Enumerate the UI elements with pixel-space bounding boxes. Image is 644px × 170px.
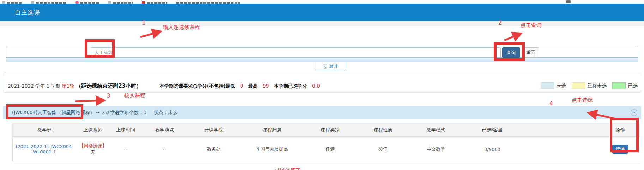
credit-max-value: 99 [263,83,269,89]
arrow-step2 [504,34,520,40]
class-count-label: 教学班个数：1 [115,106,147,119]
bookmark-item[interactable] [142,1,167,4]
class-code-cell: (2021-2022-1)-JWCX004-WL0001-1 [13,137,76,162]
credit-max-label: 最高 [248,83,258,89]
arrow-step3 [75,100,103,101]
panel-footer-bar [6,57,638,62]
col-mode: 教学模式 [409,124,462,137]
folder-icon [31,1,34,4]
unselected-swatch [541,82,554,89]
col-category: 课程类别 [304,124,357,137]
select-course-button[interactable]: 选课 [612,145,628,154]
class-table: 教学班 上课教师 上课时间 教学地点 开课学院 课程归属 课程类别 课程性质 教… [12,123,640,162]
col-teacher: 上课教师 [76,124,110,137]
spacer-cell [522,137,600,162]
col-action: 操作 [600,124,640,137]
col-time: 上课时间 [110,124,141,137]
selected-swatch [612,82,626,89]
action-cell: 选课 [600,137,640,162]
nature-cell: 公任 [357,137,409,162]
col-nature: 课程性质 [357,124,409,137]
round-label: 第1轮 [62,83,74,89]
page-icon [2,1,5,4]
teaching-mode-tag: 【网络授课】 [77,143,109,149]
collapse-icon[interactable] [631,109,637,116]
chevron-down-icon [323,64,327,69]
course-title: (JWCX004)人工智能（超星网络课程） -- 2.0 学分 [12,106,120,119]
teacher-name: 无 [77,149,109,156]
course-status-label: 状态：未选 [154,106,178,119]
legend-item-selected: 已选 [612,82,638,89]
end-of-list-note: 已经到底了 [274,167,301,170]
bookmark-item[interactable] [108,1,133,4]
selected-credits-value: 0.0 [312,83,320,89]
credit-rule-label: 本学期选课要求总学分(不包括)最低 [159,83,235,89]
course-search-input[interactable] [91,47,501,58]
category-cell: 任选 [304,137,357,162]
deadline-note: （距选课结束还剩23小时） [76,83,141,89]
credit-min-value: 0 [240,83,243,89]
status-legend: 未选 重修未选 已选 [541,82,638,89]
expand-toggle[interactable]: 展开 [315,62,346,70]
retake-swatch [572,82,585,89]
semester-info: 2021-2022 学年 1 学期 第1轮 （距选课结束还剩23小时） 本学期选… [8,83,320,89]
course-credits: 2.0 [101,110,109,115]
legend-item-unselected: 未选 [541,82,566,89]
red-dot-icon [75,1,79,4]
bookmark-item[interactable] [75,1,99,4]
teacher-cell: 【网络授课】 无 [76,137,110,162]
collections-icon[interactable] [566,0,571,3]
place-cell: -- [141,137,187,162]
annotation-step4-label: 点击选课 [572,97,593,104]
class-code-link[interactable]: (2021-2022-1)-JWCX004-WL0001-1 [16,144,73,154]
bookmarks-strip [0,0,644,4]
selected-credits-label: 本学期已选学分 [274,83,308,89]
term-label: 2021-2022 学年 1 学期 [8,83,60,89]
course-header-band[interactable]: (JWCX004)人工智能（超星网络课程） -- 2.0 学分 教学班个数：1 … [3,106,641,119]
expand-label: 展开 [329,63,338,69]
college-cell: 教务处 [187,137,240,162]
bookmark-item[interactable] [31,1,66,4]
col-place: 教学地点 [141,124,187,137]
belong-cell: 学习与素质提高 [240,137,304,162]
table-header-row: 教学班 上课教师 上课时间 教学地点 开课学院 课程归属 课程类别 课程性质 教… [13,124,640,137]
annotation-step3-label: 核实课程 [124,92,145,99]
col-capacity: 已选/容量 [462,124,522,137]
col-belong: 课程归属 [240,124,304,137]
toolbar-strip [0,21,644,26]
time-cell: -- [110,137,141,162]
query-button[interactable]: 查询 [502,47,520,58]
arrow-step1 [140,32,159,37]
page-title: 自主选课 [15,4,40,21]
mode-cell: 中文教学 [409,137,462,162]
annotation-step3-number: 3 [107,93,110,99]
page-header: 自主选课 [0,4,644,21]
col-college: 开课学院 [187,124,240,137]
legend-item-retake: 重修未选 [572,82,607,89]
table-row: (2021-2022-1)-JWCX004-WL0001-1 【网络授课】 无 … [13,137,640,162]
folder-icon [108,1,111,4]
red-badge-icon [142,1,145,4]
bookmark-item[interactable] [2,1,22,4]
col-class: 教学班 [13,124,76,137]
col-spacer [522,124,600,137]
capacity-cell: 0/5000 [462,137,522,162]
reset-button[interactable]: 重置 [523,47,539,58]
